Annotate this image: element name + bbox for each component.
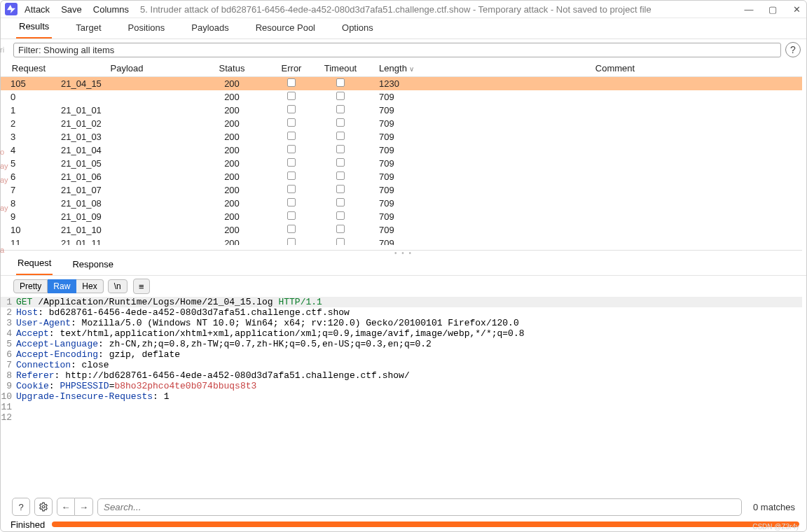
column-header-timeout[interactable]: Timeout <box>316 60 365 77</box>
column-header-error[interactable]: Error <box>267 60 316 77</box>
timeout-checkbox[interactable] <box>336 158 345 167</box>
menu-save[interactable]: Save <box>61 4 82 15</box>
search-input-wrap[interactable] <box>97 498 742 516</box>
timeout-checkbox[interactable] <box>336 105 345 113</box>
timeout-checkbox[interactable] <box>336 145 345 153</box>
status-text: Finished <box>11 519 45 530</box>
raw-line: 5Accept-Language: zh-CN,zh;q=0.8,zh-TW;q… <box>1 339 802 349</box>
table-row[interactable]: 0200709 <box>1 90 802 104</box>
subtab-response[interactable]: Response <box>71 256 115 275</box>
tab-payloads[interactable]: Payloads <box>188 20 231 38</box>
results-table: Request Payload Status Error Timeout Len… <box>1 60 802 251</box>
table-row[interactable]: 1021_01_10200709 <box>1 223 802 237</box>
sort-indicator-icon: ∨ <box>409 65 414 73</box>
table-row[interactable]: 321_01_03200709 <box>1 130 802 144</box>
table-row[interactable]: 421_01_04200709 <box>1 144 802 157</box>
column-header-request[interactable]: Request <box>1 60 57 77</box>
menu-attack[interactable]: Attack <box>25 4 50 15</box>
view-mode-bar: Pretty Raw Hex \n ≡ <box>1 276 806 297</box>
tab-results[interactable]: Results <box>16 18 52 38</box>
timeout-checkbox[interactable] <box>336 132 345 140</box>
table-row[interactable]: 521_01_05200709 <box>1 157 802 170</box>
viewmode-pretty[interactable]: Pretty <box>13 279 48 293</box>
raw-line: 3User-Agent: Mozilla/5.0 (Windows NT 10.… <box>1 318 802 328</box>
status-bar: Finished <box>1 519 806 531</box>
error-checkbox[interactable] <box>287 92 296 100</box>
window-close-icon[interactable]: ✕ <box>791 4 802 15</box>
table-row[interactable]: 721_01_07200709 <box>1 183 802 197</box>
tab-options[interactable]: Options <box>339 20 376 38</box>
detail-tabs: Request Response <box>1 255 806 276</box>
prev-match-icon[interactable]: ← <box>57 498 75 516</box>
raw-line: 12 <box>1 412 802 423</box>
table-row[interactable]: 921_01_09200709 <box>1 210 802 223</box>
error-checkbox[interactable] <box>287 145 296 153</box>
timeout-checkbox[interactable] <box>336 92 345 100</box>
error-checkbox[interactable] <box>287 238 296 245</box>
subtab-request[interactable]: Request <box>16 255 53 275</box>
table-row[interactable]: 1121_01_11200709 <box>1 237 802 245</box>
error-checkbox[interactable] <box>287 211 296 220</box>
next-match-icon[interactable]: → <box>75 498 93 516</box>
raw-line: 4Accept: text/html,application/xhtml+xml… <box>1 328 802 339</box>
error-checkbox[interactable] <box>287 132 296 140</box>
timeout-checkbox[interactable] <box>336 198 345 206</box>
match-count: 0 matches <box>746 502 795 512</box>
error-checkbox[interactable] <box>287 105 296 113</box>
viewmode-hex[interactable]: Hex <box>76 279 103 293</box>
table-row[interactable]: 821_01_08200709 <box>1 197 802 210</box>
filter-display[interactable]: Filter: Showing all items <box>13 43 781 57</box>
column-header-status[interactable]: Status <box>197 60 267 77</box>
gear-icon[interactable] <box>34 498 53 516</box>
raw-line: 8Referer: http://bd628761-6456-4ede-a452… <box>1 370 802 381</box>
timeout-checkbox[interactable] <box>336 118 345 127</box>
table-header-row: Request Payload Status Error Timeout Len… <box>1 60 802 77</box>
window-maximize-icon[interactable]: ▢ <box>767 4 778 15</box>
raw-line: 10Upgrade-Insecure-Requests: 1 <box>1 391 802 402</box>
viewmode-raw[interactable]: Raw <box>48 279 76 293</box>
raw-line: 9Cookie: PHPSESSID=b8ho32phco4te0b074bbu… <box>1 381 802 391</box>
timeout-checkbox[interactable] <box>336 185 345 193</box>
tab-resource-pool[interactable]: Resource Pool <box>253 20 318 38</box>
table-row[interactable]: 10521_04_152001230 <box>1 77 802 90</box>
raw-line: 11 <box>1 402 802 412</box>
error-checkbox[interactable] <box>287 172 296 180</box>
timeout-checkbox[interactable] <box>336 225 345 233</box>
tab-positions[interactable]: Positions <box>125 20 168 38</box>
timeout-checkbox[interactable] <box>336 78 345 87</box>
column-header-comment[interactable]: Comment <box>428 60 802 77</box>
title-bar: Attack Save Columns 5. Intruder attack o… <box>1 1 806 18</box>
column-header-payload[interactable]: Payload <box>57 60 197 77</box>
column-header-length[interactable]: Length∨ <box>365 60 428 77</box>
error-checkbox[interactable] <box>287 225 296 233</box>
main-tabs: Results Target Positions Payloads Resour… <box>1 18 806 39</box>
menu-bar: Attack Save Columns <box>25 4 129 15</box>
window-minimize-icon[interactable]: ― <box>743 4 754 15</box>
menu-columns[interactable]: Columns <box>93 4 129 15</box>
progress-bar <box>52 522 799 527</box>
error-checkbox[interactable] <box>287 78 296 87</box>
search-bar: ? ← → 0 matches <box>1 495 806 519</box>
raw-line: 6Accept-Encoding: gzip, deflate <box>1 349 802 360</box>
viewmode-newline-toggle[interactable]: \n <box>108 279 127 293</box>
table-row[interactable]: 221_01_02200709 <box>1 117 802 130</box>
help-icon[interactable]: ? <box>785 42 801 57</box>
timeout-checkbox[interactable] <box>336 172 345 180</box>
raw-request-viewer[interactable]: 1GET /Application/Runtime/Logs/Home/21_0… <box>1 297 806 495</box>
raw-line: 2Host: bd628761-6456-4ede-a452-080d3d7af… <box>1 307 802 318</box>
table-row[interactable]: 621_01_06200709 <box>1 170 802 183</box>
error-checkbox[interactable] <box>287 185 296 193</box>
error-checkbox[interactable] <box>287 158 296 167</box>
timeout-checkbox[interactable] <box>336 238 345 245</box>
timeout-checkbox[interactable] <box>336 211 345 220</box>
table-row[interactable]: 121_01_01200709 <box>1 104 802 117</box>
svg-point-0 <box>42 505 45 508</box>
raw-line: 7Connection: close <box>1 360 802 370</box>
help-icon-small[interactable]: ? <box>12 498 30 516</box>
error-checkbox[interactable] <box>287 198 296 206</box>
tab-target[interactable]: Target <box>73 20 104 38</box>
view-options-icon[interactable]: ≡ <box>133 279 150 294</box>
raw-line: 1GET /Application/Runtime/Logs/Home/21_0… <box>1 297 802 307</box>
search-input[interactable] <box>104 502 736 512</box>
error-checkbox[interactable] <box>287 118 296 127</box>
